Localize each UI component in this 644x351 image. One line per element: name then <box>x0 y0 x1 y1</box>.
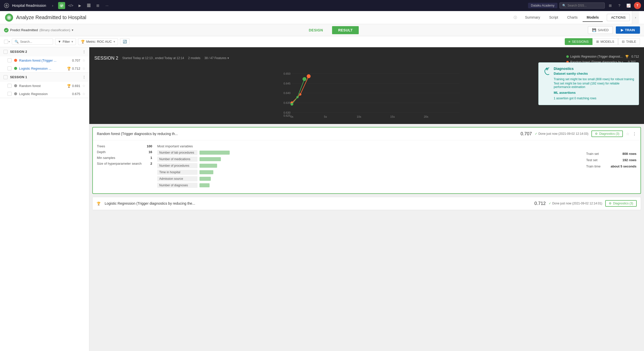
apps-grid-icon[interactable]: ⊞ <box>607 2 614 9</box>
favorite-star[interactable]: ☆ <box>82 92 86 96</box>
nav-models[interactable]: Models <box>583 13 603 22</box>
svg-text:15s: 15s <box>390 115 395 118</box>
dss-home-icon[interactable] <box>3 2 10 9</box>
session-meta: Started Today at 12:13 , ended Today at … <box>122 56 184 60</box>
list-item[interactable]: Random forest 🏆 0.691 ☆ <box>0 82 89 90</box>
right-panel-toggle[interactable]: › <box>632 11 639 24</box>
done-badge-2: ✓ Done just now (2021-09-02 12:14:01) <box>549 202 602 205</box>
model-rf-s2-checkbox[interactable] <box>8 58 12 62</box>
dss-green-icon[interactable] <box>58 2 65 9</box>
model-favorite-star[interactable]: ☆ <box>626 131 629 136</box>
bar-row: Admission source <box>157 176 581 181</box>
bar-label: Number of lab procedures <box>157 150 197 155</box>
legend-item: Logistic Regression (Trigger diagnost...… <box>566 55 639 58</box>
bar-label: Number of procedures <box>157 163 197 168</box>
dashboard-icon[interactable]: ⊞ <box>94 2 101 9</box>
saved-button[interactable]: 💾 SAVED <box>588 26 613 34</box>
model-color-dot <box>14 92 17 95</box>
trophy-filter[interactable]: 🏆 Metric: ROC AUC ▾ <box>78 38 118 45</box>
search-bar[interactable]: 🔍 <box>12 38 53 45</box>
help-icon[interactable]: ? <box>616 2 623 9</box>
bar-fill <box>199 183 210 187</box>
diagnostics-popup: Diagnostics Dataset sanity checks Traini… <box>538 62 639 105</box>
search-icon-toolbar: 🔍 <box>15 40 19 43</box>
svg-line-29 <box>547 68 549 69</box>
predict-icon <box>4 28 9 32</box>
model-lr-s2-checkbox[interactable] <box>8 66 12 70</box>
diag-ml-title: ML assertions <box>554 91 634 95</box>
model-more-menu[interactable]: ⋮ <box>632 131 636 136</box>
svg-text:0.630: 0.630 <box>284 111 291 114</box>
list-item[interactable]: Logistic Regression 0.675 ☆ <box>0 90 89 98</box>
result-button[interactable]: RESULT <box>332 26 359 34</box>
svg-point-25 <box>291 103 293 106</box>
model-card-2-header: 🏆 Logistic Regression (Trigger diagnosti… <box>93 197 641 210</box>
param-trees: Trees 100 <box>97 144 152 148</box>
models-tab[interactable]: ⊞ MODELS <box>592 38 618 45</box>
diag-section-2: ML assertions 1 assertion got 0 matching… <box>554 91 634 100</box>
code-icon[interactable]: </> <box>67 2 74 9</box>
project-name: Hospital Readmission <box>12 4 46 8</box>
models-count-badge: 2 models <box>188 56 200 60</box>
model-lr-s1-checkbox[interactable] <box>8 92 12 96</box>
model-card-1-header: Random forest (Trigger diagnostics by re… <box>93 127 640 140</box>
search-input[interactable] <box>20 40 50 43</box>
model-color-dot <box>14 67 17 70</box>
academy-button[interactable]: Dataiku Academy <box>528 3 557 8</box>
bar-fill <box>199 151 230 155</box>
svg-point-23 <box>299 93 301 96</box>
refresh-button[interactable]: 🔄 <box>120 38 130 45</box>
more-icon[interactable]: ··· <box>103 2 110 9</box>
diagnostics-button-1[interactable]: ⚙ Diagnostics (3) <box>591 130 623 137</box>
bar-label: Admission source <box>157 176 197 181</box>
session-2-menu[interactable]: ⋮ <box>83 50 86 54</box>
model-color-dot <box>14 59 17 62</box>
activity-icon[interactable]: 📈 <box>625 2 632 9</box>
features-badge[interactable]: 38 / 47 Features ▾ <box>205 56 229 60</box>
list-item[interactable]: Logistic Regression ... 🏆 0.712 ☆ <box>0 64 89 72</box>
session-chart-title: SESSION 2 <box>94 56 118 61</box>
param-hyperparam: Size of hyperparameter search 2 <box>97 162 152 165</box>
global-search[interactable]: 🔍 Search DSS... <box>559 3 605 9</box>
sessions-tab[interactable]: ≡ SESSIONS <box>565 38 592 45</box>
dss-logo-small <box>5 14 13 22</box>
nav-charts[interactable]: Charts <box>563 13 582 22</box>
favorite-star[interactable]: ☆ <box>82 66 86 70</box>
select-all-checkbox[interactable]: ▾ <box>4 40 10 44</box>
filter-button[interactable]: ▼ Filter ▾ <box>55 38 76 45</box>
favorite-star[interactable]: ☆ <box>82 84 86 88</box>
design-button[interactable]: DESIGN <box>303 26 329 34</box>
bar-label: Number of diagnoses <box>157 183 197 188</box>
svg-point-26 <box>296 96 299 98</box>
bar-fill <box>199 164 217 168</box>
model-rf-s1-checkbox[interactable] <box>8 84 12 88</box>
actions-button[interactable]: ACTIONS <box>607 14 630 21</box>
session-1-checkbox[interactable] <box>4 75 8 79</box>
toolbar: ▾ 🔍 ▼ Filter ▾ 🏆 Metric: ROC AUC ▾ 🔄 ≡ S… <box>0 36 644 47</box>
svg-text:0.650: 0.650 <box>284 72 291 75</box>
list-item[interactable]: Random forest (Trigger ... 0.707 ☆ <box>0 56 89 64</box>
session-1-menu[interactable]: ⋮ <box>83 75 86 79</box>
model-card-2-score: 0.712 <box>534 201 546 206</box>
features-dropdown-icon: ▾ <box>227 56 229 60</box>
info-icon[interactable]: ⓘ <box>514 15 517 20</box>
session-2-checkbox[interactable] <box>4 50 8 54</box>
svg-text:5s: 5s <box>324 115 327 118</box>
nav-summary[interactable]: Summary <box>521 13 544 22</box>
model-card-2: 🏆 Logistic Regression (Trigger diagnosti… <box>92 197 641 210</box>
diagnostics-button-2[interactable]: ⚙ Diagnostics (3) <box>605 200 637 207</box>
favorite-star[interactable]: ☆ <box>82 58 86 62</box>
train-button[interactable]: ▶ TRAIN <box>616 26 640 34</box>
dropdown-icon[interactable]: ▾ <box>72 28 73 32</box>
nav-script[interactable]: Script <box>545 13 562 22</box>
diag-title: Diagnostics <box>554 67 634 71</box>
bar-row: Number of lab procedures <box>157 150 581 155</box>
svg-text:20s: 20s <box>424 115 428 118</box>
diagnostics-text: Diagnostics Dataset sanity checks Traini… <box>554 67 634 101</box>
table-icon[interactable] <box>85 2 92 9</box>
user-avatar[interactable]: T <box>634 2 641 9</box>
table-tab[interactable]: ⊟ TABLE <box>618 38 640 45</box>
play-icon[interactable]: ▶ <box>76 2 83 9</box>
svg-rect-3 <box>87 5 91 6</box>
bar-row: Number of medications <box>157 157 581 162</box>
